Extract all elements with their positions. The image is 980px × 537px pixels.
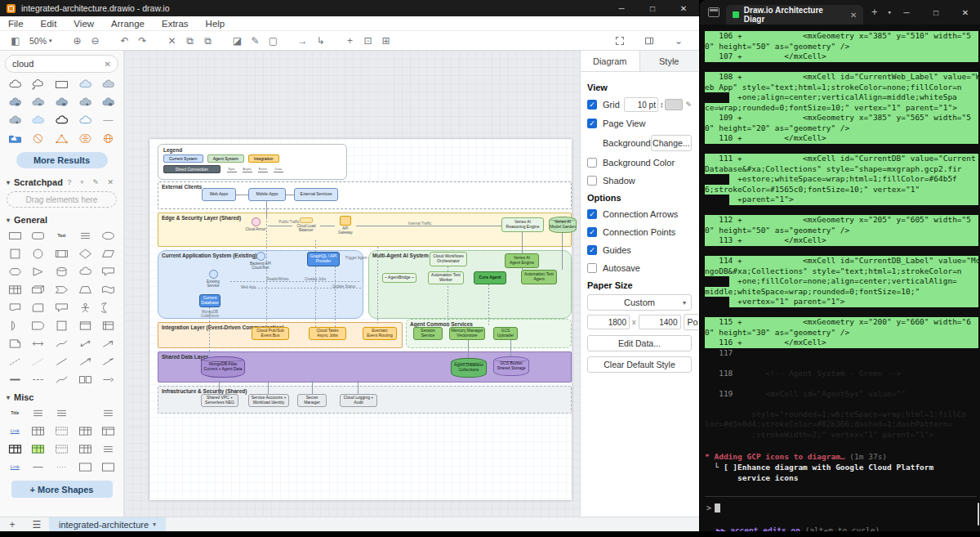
fullscreen-icon[interactable] [611,33,629,49]
shape-cube[interactable] [27,280,51,298]
guides-checkbox[interactable]: ✓ [587,245,597,255]
diagram-node[interactable]: Web App [237,284,260,291]
diagram-canvas[interactable]: External ClientsEdge & Security Layer (S… [124,51,580,517]
shape-c-rect[interactable] [50,75,74,93]
shape-circle[interactable] [27,244,51,262]
diagram-node[interactable]: Cloud Armor [243,217,268,237]
zoom-out-icon[interactable]: ⊖ [87,33,105,49]
close-icon[interactable]: ✕ [668,4,699,13]
terminal-prompt[interactable]: > [705,503,980,512]
diagram-node[interactable]: Shared VPC + Serverless NEG [201,394,238,407]
maximize-icon[interactable]: □ [637,4,668,13]
misc-section-header[interactable]: ▾ Misc [0,388,123,404]
new-tab-icon[interactable]: + [871,7,877,18]
more-shapes-button[interactable]: + More Shapes [11,481,113,498]
terminal-maximize-icon[interactable]: □ [921,8,951,17]
diagram-node[interactable]: Memory Manager Vectorstore [449,327,485,340]
shape-arr1[interactable] [74,352,97,370]
copy-icon[interactable]: ⧉ [181,33,199,49]
diagram-node[interactable]: Mobile Apps [248,188,286,201]
shape-tbl[interactable] [3,280,27,298]
shape-tbldash[interactable] [50,422,74,440]
add-page-icon[interactable]: + [0,519,24,530]
shadow-checkbox[interactable] [587,176,597,186]
diagram-node[interactable]: Update Status [328,284,359,290]
undo-icon[interactable]: ↶ [116,33,134,49]
shadow-icon[interactable]: ▢ [265,33,283,49]
shape-list[interactable] [96,440,120,458]
shape-dashline[interactable] [3,352,27,370]
table-icon[interactable]: ⊞ [377,33,395,49]
diagram-node[interactable]: Vertex AI Agent Engine [505,253,539,268]
tab-style[interactable]: Style [639,51,699,71]
sidebar-toggle-icon[interactable]: ◧ [7,33,24,49]
shape-tape[interactable] [96,280,120,298]
close-tab-icon[interactable]: ✕ [850,11,857,20]
shape-c-f[interactable] [3,93,27,111]
more-results-button[interactable]: More Results [16,152,108,168]
diagram-node[interactable]: Automation Test Worker [428,271,464,284]
shape-c-folder[interactable] [3,129,27,147]
shape-linktxt[interactable]: Link [3,458,27,476]
terminal-minimize-icon[interactable]: ─ [892,8,921,17]
shape-darrow[interactable] [96,370,120,388]
shape-c-sk[interactable] [74,75,97,93]
connector-icon[interactable]: ↳ [312,33,330,49]
shape-square[interactable] [50,316,74,334]
diagram-node[interactable]: Web Apps [202,188,236,201]
shape-ellipse[interactable] [96,226,120,244]
terminal-tab[interactable]: Draw.io Architecture Diagr ✕ [726,5,863,25]
delete-icon[interactable]: ✕ [163,33,181,49]
diagram-node[interactable]: Eventarc Event Routing [363,327,397,340]
shape-c-line[interactable] [96,111,120,129]
diagram-node[interactable]: Cloud Logging + Audit [340,394,377,407]
grid-color-swatch[interactable] [665,99,683,110]
shape-list[interactable] [27,404,51,422]
diagram-node[interactable]: Internal Traffic [402,221,438,227]
shape-search-input[interactable]: cloud ✕ [5,55,118,73]
shape-curve[interactable] [50,334,74,352]
change-background-button[interactable]: Change... [651,135,692,151]
shape-curve[interactable] [50,370,74,388]
shape-list[interactable] [74,226,97,244]
diagram-node[interactable]: Creates Jobs [301,276,330,283]
shape-callout[interactable] [50,298,74,316]
tab-diagram[interactable]: Diagram [581,51,639,71]
format-panel-icon[interactable] [640,33,658,49]
clear-default-stylebutton[interactable]: Clear Default Style [587,356,692,373]
shape-rect[interactable] [3,226,27,244]
diagram-node[interactable]: Current Database [199,294,220,307]
shape-title[interactable]: Title [3,404,27,422]
grid-size-stepper[interactable]: ▴▾ [661,101,663,108]
diagram-node[interactable]: Trigger Agent [341,255,371,262]
menu-edit[interactable]: Edit [41,19,57,29]
shape-c-call[interactable] [27,75,51,93]
connection-points-checkbox[interactable]: ✓ [587,227,597,237]
paste-icon[interactable]: ⧉ [199,33,217,49]
fill-color-icon[interactable]: ◪ [229,33,247,49]
shape-c-globe[interactable] [96,129,120,147]
diagram-legend[interactable]: LegendCurrent SystemAgent SystemIntegrat… [158,144,347,180]
grid-checkbox[interactable]: ✓ [587,100,597,110]
shape-c-lb[interactable] [27,111,51,129]
shape-linktxt[interactable]: Link [3,422,27,440]
shape-tbl[interactable] [27,422,51,440]
diagram-node[interactable]: Cloud Load Balancer [292,217,320,237]
menu-arrange[interactable]: Arrange [111,19,145,29]
shape-tbldash[interactable] [50,440,74,458]
shape-c-sk2[interactable] [96,75,120,93]
diagram-node[interactable]: GCS Bucket Shared Storage [493,356,529,376]
terminal-body[interactable]: 106 + <mxGeometry x="385" y="510" width=… [700,25,980,531]
shape-tbl[interactable] [74,422,97,440]
diagram-node[interactable]: Core Agent [474,271,506,284]
clear-search-icon[interactable]: ✕ [105,60,111,69]
shape-c-slash[interactable] [27,129,51,147]
diagram-node[interactable]: Reads/Writes [263,276,292,283]
shape-line[interactable] [50,352,74,370]
shape-square[interactable] [3,244,27,262]
shape-card[interactable] [27,298,51,316]
shape-arrowne[interactable] [96,334,120,352]
diagram-node[interactable]: MongoDB Collections [196,309,224,319]
terminal-close-icon[interactable]: ✕ [951,8,980,17]
shape-c-f2[interactable] [27,93,51,111]
